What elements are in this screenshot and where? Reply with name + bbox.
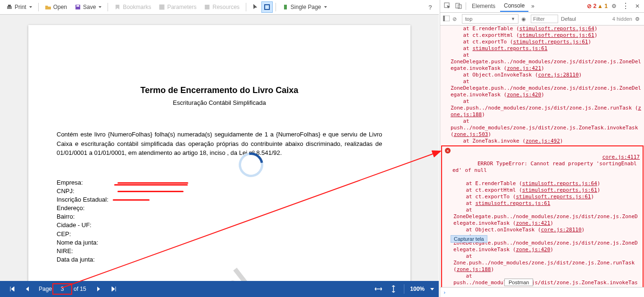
- svg-rect-5: [205, 5, 209, 9]
- tab-elements[interactable]: Elements: [468, 1, 499, 11]
- error-icon: ✕: [445, 148, 451, 153]
- page-body-text: Contém este livro {NumeroFolhas} folha(s…: [57, 130, 382, 158]
- devtools-panel: Elements Console » ⊘ 2 ▲ 1 ⚙ ⋮ ✕ ⊘ top ▼…: [440, 0, 644, 297]
- last-page-button[interactable]: [108, 283, 119, 295]
- tab-more[interactable]: »: [529, 3, 536, 9]
- svg-rect-9: [456, 3, 460, 8]
- field-inscricao: Inscrição Estadual:: [57, 196, 109, 203]
- report-page: Termo de Encerramento do Livro Caixa Esc…: [28, 25, 410, 281]
- prev-page-button[interactable]: [22, 283, 33, 295]
- console-prompt[interactable]: ›: [440, 287, 644, 297]
- console-sidebar-toggle-icon[interactable]: [443, 16, 450, 22]
- kebab-menu-icon[interactable]: ⋮: [620, 3, 631, 9]
- svg-rect-6: [265, 5, 269, 9]
- save-label: Save: [83, 4, 96, 10]
- error-header: ERROR TypeError: Cannot read property 's…: [452, 161, 637, 173]
- open-button[interactable]: Open: [42, 1, 70, 13]
- svg-rect-3: [76, 5, 79, 7]
- console-entry: at E.renderTable (stimulsoft.reports.js:…: [443, 180, 642, 287]
- fit-width-button[interactable]: [373, 283, 384, 295]
- svg-rect-4: [159, 5, 164, 9]
- print-button[interactable]: Print: [3, 1, 35, 13]
- capture-screen-tooltip: Capturar tela: [451, 235, 487, 243]
- settings-gear-icon[interactable]: ⚙: [609, 3, 619, 9]
- close-devtools-icon[interactable]: ✕: [632, 3, 643, 9]
- pagination-bar: Page of 15 100%: [0, 281, 439, 297]
- field-cnpj: CNPJ:: [57, 187, 75, 195]
- console-settings-gear-icon[interactable]: ⚙: [635, 16, 642, 22]
- execution-context-select[interactable]: top ▼: [462, 14, 519, 24]
- console-entry: at E.renderTable (stimulsoft.reports.js:…: [440, 25, 644, 144]
- source-link[interactable]: core.js:4117: [602, 154, 640, 161]
- device-toggle-icon[interactable]: [453, 2, 464, 10]
- total-pages-label: of 15: [74, 286, 86, 292]
- chevron-down-icon: [324, 6, 327, 8]
- context-label: top: [465, 16, 472, 22]
- chevron-down-icon: [99, 6, 101, 8]
- watermark: al: [213, 262, 258, 281]
- live-expression-icon[interactable]: ◉: [521, 16, 528, 22]
- page-number-input[interactable]: [54, 285, 71, 293]
- resources-button: Resources: [201, 1, 243, 13]
- single-page-label: Single Page: [291, 4, 321, 10]
- chevron-down-icon[interactable]: [430, 288, 434, 290]
- save-button[interactable]: Save: [71, 1, 105, 13]
- warning-count-badge[interactable]: ▲ 1: [597, 3, 608, 9]
- page-subtitle: Escrituração Contábil Simplificada: [57, 99, 382, 106]
- chevron-down-icon: [29, 6, 32, 8]
- company-fields: Empresa: CNPJ: Inscrição Estadual: Ender…: [57, 178, 382, 264]
- hidden-count[interactable]: 4 hidden: [612, 16, 632, 22]
- page-word-label: Page: [39, 286, 52, 292]
- svg-rect-12: [443, 16, 445, 21]
- log-levels-select[interactable]: Defaul: [561, 16, 576, 22]
- help-button[interactable]: ?: [425, 4, 436, 11]
- open-label: Open: [53, 4, 67, 10]
- fit-height-button[interactable]: [388, 283, 399, 295]
- error-count-badge[interactable]: ⊘ 2: [587, 3, 596, 9]
- svg-rect-7: [284, 5, 287, 9]
- field-empresa: Empresa:: [57, 179, 83, 186]
- clear-console-icon[interactable]: ⊘: [452, 16, 459, 22]
- zoom-level-label[interactable]: 100%: [410, 286, 425, 292]
- first-page-button[interactable]: [7, 283, 18, 295]
- single-page-button[interactable]: Single Page: [279, 1, 330, 13]
- field-cep: CEP:: [57, 230, 382, 238]
- field-bairro: Bairro:: [57, 212, 382, 221]
- resources-label: Resources: [212, 4, 239, 10]
- page-canvas[interactable]: Termo de Encerramento do Livro Caixa Esc…: [0, 15, 439, 281]
- devtools-tabs: Elements Console » ⊘ 2 ▲ 1 ⚙ ⋮ ✕: [440, 0, 644, 13]
- report-toolbar: Print Open Save Bookmarks Parameters Res…: [0, 0, 439, 15]
- field-nire: NIRE:: [57, 247, 382, 255]
- svg-rect-1: [8, 5, 11, 7]
- page-title: Termo de Encerramento do Livro Caixa: [57, 85, 382, 95]
- console-filter-input[interactable]: [531, 15, 558, 23]
- next-page-button[interactable]: [93, 283, 104, 295]
- inspect-element-icon[interactable]: [442, 2, 452, 10]
- console-toolbar: ⊘ top ▼ ◉ Defaul 4 hidden ⚙: [440, 13, 644, 25]
- tab-console[interactable]: Console: [500, 0, 528, 12]
- field-cidade-uf: Cidade - UF:: [57, 221, 382, 229]
- console-log-area[interactable]: at E.renderTable (stimulsoft.reports.js:…: [440, 25, 644, 287]
- field-data-junta: Data da junta:: [57, 255, 382, 264]
- annotated-error-entry: ✕ core.js:4117 ERROR TypeError: Cannot r…: [441, 145, 644, 287]
- bookmarks-label: Bookmarks: [123, 4, 151, 10]
- find-button[interactable]: [249, 1, 260, 13]
- parameters-label: Parameters: [167, 4, 196, 10]
- fullscreen-button[interactable]: [261, 1, 273, 13]
- field-endereco: Endereço:: [57, 204, 382, 212]
- field-nome-junta: Nome da junta:: [57, 238, 382, 247]
- print-label: Print: [15, 4, 26, 10]
- postman-tooltip: Postman: [504, 279, 533, 286]
- parameters-button: Parameters: [155, 1, 200, 13]
- bookmarks-button: Bookmarks: [111, 1, 154, 13]
